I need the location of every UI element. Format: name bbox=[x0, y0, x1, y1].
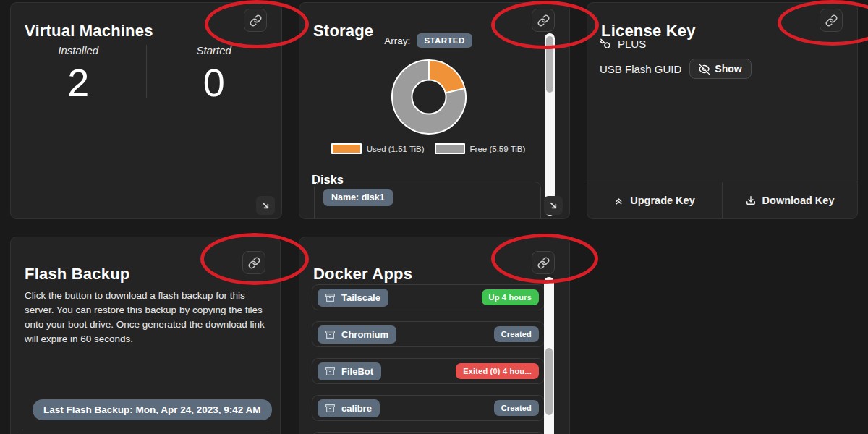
docker-app-status-badge: Up 4 hours bbox=[482, 289, 539, 305]
license-footer: Upgrade Key Download Key bbox=[587, 182, 857, 218]
docker-app-name-badge: Chromium bbox=[318, 326, 396, 344]
virtual-machines-link-button[interactable] bbox=[244, 9, 267, 32]
resize-handle[interactable] bbox=[256, 196, 275, 215]
docker-apps-card: Docker Apps Tailscale Up 4 hours Chromiu… bbox=[299, 237, 570, 434]
chevrons-up-icon bbox=[614, 196, 624, 205]
storage-scrollbar-thumb[interactable] bbox=[546, 36, 553, 93]
legend-item-used: Used (1.51 TiB) bbox=[331, 143, 425, 154]
docker-app-name: FileBot bbox=[341, 366, 373, 377]
docker-app-status-badge: Exited (0) 4 hou... bbox=[456, 363, 539, 379]
disk-name-badge: Name: disk1 bbox=[323, 189, 393, 206]
license-tier-label: PLUS bbox=[618, 38, 646, 50]
flash-backup-card: Flash Backup Click the button to downloa… bbox=[10, 237, 281, 434]
docker-scrollbar[interactable] bbox=[544, 277, 554, 434]
docker-app-name: Tailscale bbox=[341, 292, 380, 303]
virtual-machines-card: Virtual Machines Installed 2 Started 0 bbox=[10, 2, 282, 219]
flash-backup-description: Click the button to download a flash bac… bbox=[25, 289, 265, 346]
eye-off-icon bbox=[699, 64, 710, 75]
usb-guid-label: USB Flash GUID bbox=[600, 63, 681, 75]
docker-app-row-calibre[interactable]: calibre Created bbox=[312, 395, 545, 421]
used-legend-label: Used (1.51 TiB) bbox=[367, 145, 425, 153]
vm-started-stat: Started 0 bbox=[147, 39, 282, 103]
resize-arrow-icon bbox=[548, 200, 559, 211]
license-tier-row: PLUS bbox=[600, 38, 646, 50]
donut-used-slice bbox=[429, 60, 465, 93]
docker-scrollbar-thumb[interactable] bbox=[545, 348, 553, 415]
download-key-button[interactable]: Download Key bbox=[723, 182, 857, 218]
array-label: Array: bbox=[384, 35, 410, 46]
container-icon bbox=[326, 293, 335, 302]
docker-app-row-filebot[interactable]: FileBot Exited (0) 4 hou... bbox=[312, 358, 545, 384]
license-key-link-button[interactable] bbox=[820, 9, 843, 32]
container-icon bbox=[326, 367, 335, 376]
docker-apps-title: Docker Apps bbox=[313, 265, 412, 284]
storage-legend: Used (1.51 TiB) Free (5.59 TiB) bbox=[299, 143, 557, 154]
docker-apps-list: Tailscale Up 4 hours Chromium Created Fi… bbox=[312, 284, 545, 434]
resize-arrow-icon bbox=[260, 200, 271, 211]
flash-backup-title: Flash Backup bbox=[25, 265, 129, 284]
array-status-badge: STARTED bbox=[417, 33, 472, 48]
docker-app-name-badge: FileBot bbox=[318, 362, 381, 380]
link-icon bbox=[825, 14, 838, 27]
key-icon bbox=[600, 38, 610, 49]
docker-app-name-badge: calibre bbox=[318, 399, 380, 417]
vm-started-label: Started bbox=[197, 44, 231, 56]
legend-item-free: Free (5.59 TiB) bbox=[435, 143, 526, 154]
resize-handle[interactable] bbox=[544, 196, 563, 215]
vm-installed-label: Installed bbox=[58, 44, 98, 56]
docker-app-row-chromium[interactable]: Chromium Created bbox=[312, 321, 545, 347]
upgrade-key-label: Upgrade Key bbox=[630, 195, 694, 206]
storage-donut-chart bbox=[389, 57, 469, 137]
vm-started-value: 0 bbox=[203, 62, 225, 103]
vm-stats: Installed 2 Started 0 bbox=[11, 39, 281, 103]
storage-scrollbar[interactable] bbox=[545, 33, 555, 216]
storage-link-button[interactable] bbox=[532, 9, 555, 32]
docker-app-row-tailscale[interactable]: Tailscale Up 4 hours bbox=[312, 284, 545, 310]
container-icon bbox=[326, 330, 335, 339]
used-swatch bbox=[331, 143, 362, 154]
link-icon bbox=[250, 14, 262, 27]
free-legend-label: Free (5.59 TiB) bbox=[470, 145, 526, 153]
download-key-label: Download Key bbox=[762, 195, 835, 206]
free-swatch bbox=[435, 143, 465, 154]
docker-app-name: calibre bbox=[341, 403, 372, 414]
show-guid-button[interactable]: Show bbox=[689, 59, 751, 79]
show-button-label: Show bbox=[715, 63, 741, 75]
upgrade-key-button[interactable]: Upgrade Key bbox=[587, 182, 723, 218]
download-icon bbox=[746, 195, 756, 205]
license-key-card: License Key PLUS USB Flash GUID Show Upg… bbox=[587, 2, 858, 219]
vm-installed-value: 2 bbox=[67, 62, 89, 103]
docker-app-name: Chromium bbox=[341, 329, 388, 340]
flash-backup-link-button[interactable] bbox=[242, 251, 265, 274]
docker-app-status-badge: Created bbox=[494, 326, 539, 342]
usb-guid-row: USB Flash GUID Show bbox=[600, 59, 752, 79]
last-flash-backup-badge: Last Flash Backup: Mon, Apr 24, 2023, 9:… bbox=[33, 399, 272, 420]
virtual-machines-title: Virtual Machines bbox=[25, 22, 153, 41]
docker-apps-link-button[interactable] bbox=[532, 251, 555, 274]
link-icon bbox=[248, 257, 260, 269]
storage-card: Storage Array: STARTED Used (1.51 TiB) F… bbox=[299, 2, 570, 219]
dashboard-page: { "page": { "background_color": "#1a1a1a… bbox=[0, 0, 868, 434]
link-icon bbox=[537, 257, 550, 269]
vm-installed-stat: Installed 2 bbox=[11, 39, 146, 103]
docker-app-name-badge: Tailscale bbox=[318, 289, 388, 307]
array-status-row: Array: STARTED bbox=[299, 33, 557, 48]
link-icon bbox=[537, 14, 550, 27]
container-icon bbox=[326, 404, 335, 413]
flash-footer-divider bbox=[22, 430, 268, 430]
docker-app-status-badge: Created bbox=[494, 400, 539, 416]
disk-row[interactable]: Name: disk1 bbox=[314, 182, 541, 219]
